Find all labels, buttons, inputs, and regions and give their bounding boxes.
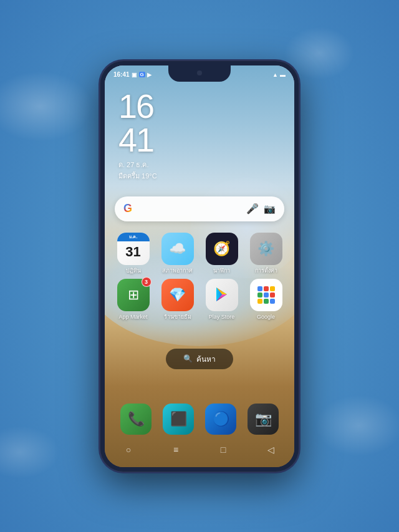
dock-browser[interactable]: 🔵 [205, 404, 236, 435]
appmarket-badge: 3 [142, 277, 151, 287]
search-btn-label: ค้นหา [196, 353, 216, 365]
grid-c2 [264, 286, 269, 291]
clock-date: ด. 27 ธ.ค. มืดครึ้ม 19°C [118, 159, 157, 181]
clock-area: 16 41 ด. 27 ธ.ค. มืดครึ้ม 19°C [118, 89, 157, 181]
app-weather[interactable]: ☁️ สภาพอากาศ [155, 233, 200, 274]
grid-c9 [270, 299, 275, 304]
dock-files[interactable]: ⬛ [163, 404, 194, 435]
status-signal-icon: ▶ [147, 72, 151, 78]
app-google-label: Google [257, 314, 275, 321]
status-left: 16:41 ▣ G ▶ [113, 71, 151, 78]
status-g2-icon: G [139, 72, 145, 77]
grid-c3 [270, 286, 275, 291]
phone: 16:41 ▣ G ▶ ▲ ▬ 16 41 ด. 27 ธ.ค. มืดครึ้… [100, 60, 299, 472]
search-icon: 🔍 [183, 354, 193, 363]
dock-phone[interactable]: 📞 [120, 404, 151, 435]
app-compass[interactable]: 🧭 นาฬิกา [200, 233, 244, 274]
app-settings[interactable]: ⚙️ การตั้งค่า [244, 233, 288, 274]
wifi-icon: ▲ [272, 72, 278, 78]
status-g1-icon: ▣ [132, 72, 137, 78]
nav-menu-button[interactable]: ≡ [166, 442, 185, 457]
nav-bar: ○ ≡ □ ◁ [105, 438, 294, 461]
grid-c6 [270, 293, 275, 297]
app-appmarket-label: App Market [118, 314, 147, 321]
dock: 📞 ⬛ 🔵 📷 [115, 404, 284, 435]
google-search-bar[interactable]: G 🎤 📷 [115, 196, 284, 221]
app-shop-label: ร้านขายธีม [164, 314, 191, 321]
grid-c8 [264, 299, 269, 304]
nav-home-button[interactable]: ○ [119, 442, 138, 457]
app-calendar-label: ปฏิทิน [126, 268, 141, 274]
app-playstore-label: Play Store [209, 314, 235, 321]
clock-minute: 41 [118, 123, 157, 157]
clock-hour: 16 [118, 89, 157, 123]
status-right: ▲ ▬ [272, 72, 286, 78]
battery-icon: ▬ [280, 72, 286, 78]
app-settings-label: การตั้งค่า [255, 268, 277, 274]
app-weather-label: สภาพอากาศ [162, 268, 193, 274]
cal-number: 31 [125, 244, 140, 260]
status-time: 16:41 [113, 71, 130, 78]
app-compass-label: นาฬิกา [213, 268, 230, 274]
app-shop[interactable]: 💎 ร้านขายธีม [155, 279, 200, 321]
screen: 16:41 ▣ G ▶ ▲ ▬ 16 41 ด. 27 ธ.ค. มืดครึ้… [105, 65, 294, 467]
app-calendar[interactable]: ม.ค. 31 ปฏิทิน [111, 233, 155, 274]
app-google[interactable]: Google [244, 279, 288, 321]
grid-c5 [264, 293, 269, 297]
app-appmarket[interactable]: ⊞ 3 App Market [111, 279, 155, 321]
nav-square-button[interactable]: □ [214, 442, 233, 457]
app-playstore[interactable]: Play Store [200, 279, 244, 321]
clock-display: 16 41 [118, 89, 157, 157]
dock-camera[interactable]: 📷 [248, 404, 279, 435]
playstore-svg [213, 286, 231, 304]
nav-back-button[interactable]: ◁ [261, 442, 280, 457]
grid-c4 [257, 293, 262, 297]
grid-c7 [257, 299, 262, 304]
google-grid [257, 286, 275, 304]
appmarket-icon: ⊞ [128, 287, 139, 303]
grid-c1 [257, 286, 262, 291]
mic-icon[interactable]: 🎤 [246, 203, 259, 215]
cal-header: ม.ค. [117, 233, 150, 241]
google-g-logo: G [123, 202, 132, 215]
app-grid: ม.ค. 31 ปฏิทิน ☁️ สภาพอากาศ 🧭 นาฬิกา ⚙️ … [111, 233, 288, 321]
status-bar: 16:41 ▣ G ▶ ▲ ▬ [105, 68, 294, 82]
lens-icon[interactable]: 📷 [264, 203, 276, 215]
search-button[interactable]: 🔍 ค้นหา [166, 349, 233, 369]
